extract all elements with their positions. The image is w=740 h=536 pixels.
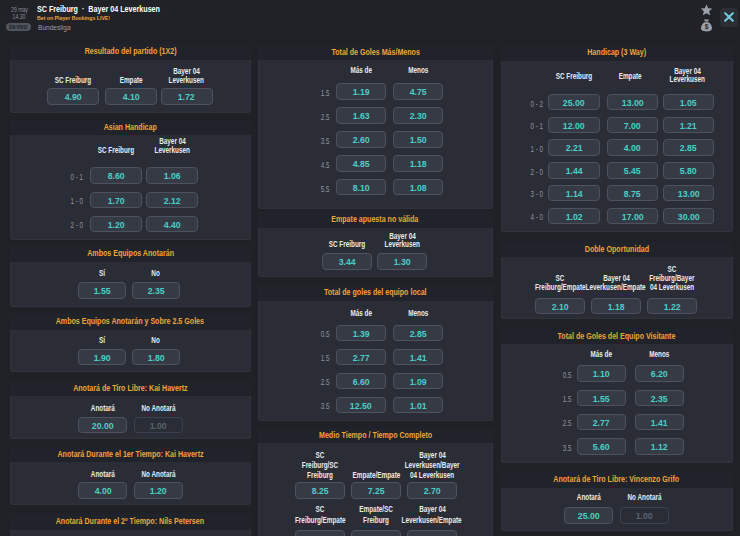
- svg-text:$: $: [705, 23, 709, 31]
